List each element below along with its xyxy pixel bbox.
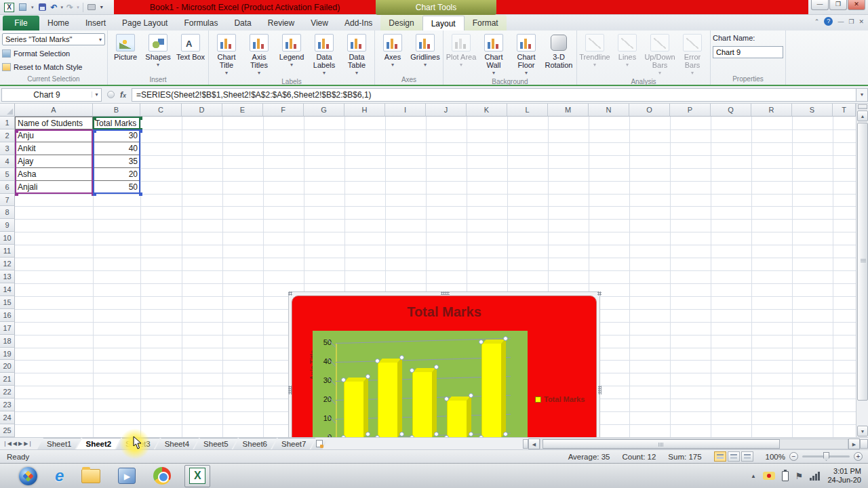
3-d-rotation-button[interactable]: 3-D Rotation [543, 32, 574, 75]
file-explorer-icon[interactable] [81, 469, 100, 483]
select-all-corner[interactable] [0, 104, 15, 117]
tab-file[interactable]: File [3, 16, 39, 30]
tab-add-ins[interactable]: Add-Ins [336, 16, 380, 30]
axes-button[interactable]: Axes▾ [377, 32, 408, 75]
column-header-L[interactable]: L [507, 104, 548, 117]
row-header-13[interactable]: 13 [0, 270, 15, 283]
cell-B4[interactable]: 35 [93, 155, 140, 168]
zoom-level[interactable]: 100% [766, 453, 785, 461]
chart-wall-button[interactable]: Chart Wall▾ [478, 32, 509, 77]
legend-button[interactable]: Legend▾ [276, 32, 307, 75]
zoom-slider[interactable] [802, 455, 850, 458]
collapse-button[interactable] [107, 91, 115, 98]
cell-A4[interactable]: Ajay [15, 155, 93, 168]
row-header-18[interactable]: 18 [0, 335, 15, 348]
column-header-A[interactable]: A [15, 104, 93, 117]
tab-format[interactable]: Format [465, 16, 507, 30]
network-signal-icon[interactable] [810, 472, 821, 481]
row-header-20[interactable]: 20 [0, 360, 15, 373]
column-header-D[interactable]: D [182, 104, 222, 117]
column-header-S[interactable]: S [792, 104, 833, 117]
format-painter-icon[interactable] [18, 3, 28, 12]
tab-data[interactable]: Data [226, 16, 259, 30]
chrome-icon[interactable] [153, 467, 171, 485]
dropdown-arrow-icon[interactable]: ▾ [31, 5, 34, 10]
bar-anju[interactable] [344, 381, 364, 438]
axis-titles-button[interactable]: Axis Titles▾ [243, 32, 275, 77]
print-icon[interactable] [87, 3, 97, 12]
tab-view[interactable]: View [302, 16, 336, 30]
bar-ajay[interactable] [412, 371, 433, 438]
minimize-ribbon-icon[interactable]: ⌃ [814, 18, 820, 25]
minimize-button[interactable]: — [811, 0, 829, 10]
row-header-21[interactable]: 21 [0, 373, 15, 386]
sheet-tab-sheet5[interactable]: Sheet5 [194, 438, 237, 449]
cell-B6[interactable]: 50 [93, 181, 140, 194]
cell-B5[interactable]: 20 [93, 168, 140, 181]
tab-insert[interactable]: Insert [77, 16, 114, 30]
first-sheet-icon[interactable]: ❘◀ [3, 441, 12, 447]
column-header-K[interactable]: K [467, 104, 507, 117]
sheet-tab-sheet4[interactable]: Sheet4 [155, 438, 199, 449]
tab-review[interactable]: Review [260, 16, 302, 30]
sheet-tab-sheet2[interactable]: Sheet2 [76, 438, 121, 449]
cell-A3[interactable]: Ankit [15, 142, 93, 155]
page-break-view-icon[interactable] [741, 451, 753, 462]
excel-taskbar-button[interactable]: X [184, 465, 210, 487]
row-header-23[interactable]: 23 [0, 399, 15, 411]
sheet-tab-sheet1[interactable]: Sheet1 [37, 438, 81, 449]
internet-explorer-icon[interactable]: e [55, 466, 64, 485]
column-header-P[interactable]: P [670, 104, 711, 117]
zoom-in-icon[interactable]: + [854, 452, 863, 461]
tab-design[interactable]: Design [380, 16, 422, 30]
column-header-F[interactable]: F [263, 104, 304, 117]
normal-view-icon[interactable] [714, 451, 726, 462]
row-header-9[interactable]: 9 [0, 219, 15, 232]
excel-logo-icon[interactable]: X [4, 3, 14, 12]
row-header-11[interactable]: 11 [0, 245, 15, 258]
chart-resize-handle[interactable] [288, 291, 292, 296]
column-header-C[interactable]: C [140, 104, 182, 117]
zoom-out-icon[interactable]: − [789, 452, 798, 461]
bar-anjali[interactable] [481, 343, 502, 438]
row-header-8[interactable]: 8 [0, 206, 15, 219]
start-button-icon[interactable] [19, 467, 37, 485]
column-header-B[interactable]: B [93, 104, 140, 117]
show-hidden-icons-icon[interactable]: ▲ [751, 473, 756, 479]
chart-resize-handle[interactable] [441, 291, 450, 295]
text-box-button[interactable]: Text Box [175, 32, 206, 75]
vertical-scrollbar[interactable]: ▲ ▼ [856, 104, 868, 437]
name-box-dropdown-icon[interactable]: ▾ [92, 92, 101, 98]
format-selection-button[interactable]: Format Selection [2, 47, 105, 59]
next-sheet-icon[interactable]: ▶ [18, 441, 22, 447]
data-table-button[interactable]: Data Table▾ [341, 32, 372, 77]
chart-floor-button[interactable]: Chart Floor▾ [511, 32, 542, 77]
row-header-10[interactable]: 10 [0, 232, 15, 245]
row-header-14[interactable]: 14 [0, 283, 15, 296]
column-header-N[interactable]: N [589, 104, 629, 117]
scroll-right-icon[interactable]: ▶ [848, 439, 860, 449]
column-header-R[interactable]: R [751, 104, 792, 117]
row-header-4[interactable]: 4 [0, 155, 15, 168]
gridlines-button[interactable]: Gridlines▾ [410, 32, 441, 75]
row-header-22[interactable]: 22 [0, 386, 15, 399]
cell-A2[interactable]: Anju [15, 129, 93, 142]
horizontal-split-handle[interactable] [523, 439, 528, 449]
column-header-I[interactable]: I [385, 104, 426, 117]
bar-asha[interactable] [447, 400, 467, 438]
column-header-E[interactable]: E [222, 104, 263, 117]
help-icon[interactable]: ? [824, 17, 833, 26]
cell-A5[interactable]: Asha [15, 168, 93, 181]
customize-qat-icon[interactable]: ▾ [100, 4, 103, 10]
close-button[interactable]: ✕ [848, 0, 865, 10]
row-header-7[interactable]: 7 [0, 194, 15, 207]
column-header-G[interactable]: G [304, 104, 344, 117]
chart-resize-handle[interactable] [288, 386, 292, 394]
scroll-left-icon[interactable]: ◀ [528, 439, 540, 449]
chart-legend[interactable]: Total Marks [535, 395, 585, 403]
scroll-down-icon[interactable]: ▼ [857, 426, 868, 436]
prev-sheet-icon[interactable]: ◀ [13, 441, 17, 447]
battery-icon[interactable] [782, 471, 789, 481]
row-header-16[interactable]: 16 [0, 309, 15, 322]
row-header-5[interactable]: 5 [0, 168, 15, 181]
